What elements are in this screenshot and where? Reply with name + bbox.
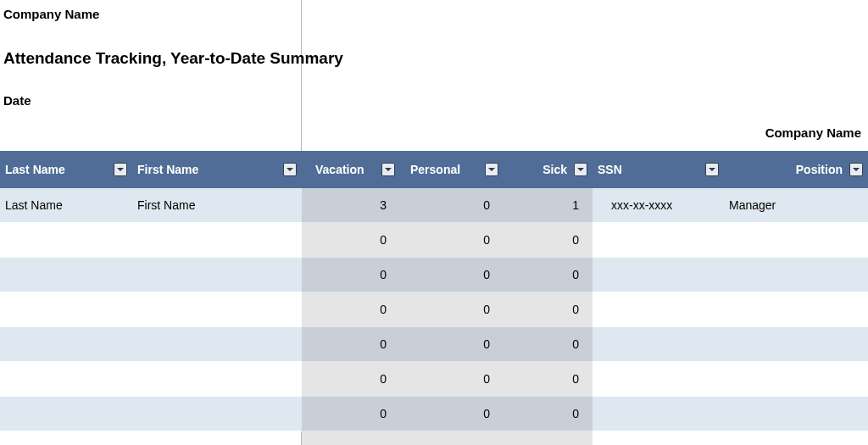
- chevron-down-icon: [116, 165, 125, 174]
- cell-sick[interactable]: 0: [504, 397, 593, 431]
- cell-ssn[interactable]: [593, 362, 724, 397]
- filter-button-personal[interactable]: [485, 163, 498, 176]
- table-body: Last Name First Name 3 0 1 xxx-xx-xxxx M…: [0, 188, 868, 431]
- filter-button-vacation[interactable]: [381, 163, 395, 176]
- table-header-row: Last Name First Name Vacation Personal S…: [0, 151, 868, 188]
- cell-last-name[interactable]: [0, 327, 132, 362]
- cell-position[interactable]: [724, 327, 868, 362]
- chevron-down-icon: [384, 165, 392, 174]
- col-header-label: Last Name: [0, 163, 70, 176]
- cell-vacation[interactable]: 0: [302, 258, 400, 292]
- cell-last-name[interactable]: [0, 258, 132, 292]
- chevron-down-icon: [286, 165, 294, 174]
- col-header-label: First Name: [132, 163, 203, 176]
- cell-vacation[interactable]: 0: [302, 362, 400, 397]
- cell-first-name[interactable]: [132, 397, 302, 431]
- cell-last-name[interactable]: [0, 292, 132, 327]
- cell-personal[interactable]: 0: [400, 258, 504, 292]
- cell-first-name[interactable]: [132, 327, 302, 362]
- date-label: Date: [3, 93, 31, 108]
- cell-position[interactable]: [724, 258, 868, 292]
- cell-position[interactable]: [724, 223, 868, 258]
- cell-ssn[interactable]: [593, 223, 724, 258]
- col-header-position: Position: [724, 151, 868, 188]
- cell-first-name[interactable]: [132, 258, 302, 292]
- cell-ssn[interactable]: xxx-xx-xxxx: [593, 188, 724, 223]
- filter-button-sick[interactable]: [574, 163, 587, 176]
- cell-personal[interactable]: 0: [400, 188, 504, 223]
- cell-ssn[interactable]: [593, 327, 724, 362]
- table-row[interactable]: 0 0 0: [0, 223, 868, 258]
- table-row[interactable]: Last Name First Name 3 0 1 xxx-xx-xxxx M…: [0, 188, 868, 223]
- filter-button-last-name[interactable]: [114, 163, 127, 176]
- chevron-down-icon: [852, 165, 860, 174]
- col-header-label: Personal: [400, 163, 465, 176]
- cell-personal[interactable]: 0: [400, 327, 504, 362]
- cell-sick[interactable]: 0: [504, 362, 593, 397]
- cell-sick[interactable]: 0: [504, 292, 593, 327]
- cell-position[interactable]: [724, 292, 868, 327]
- filter-button-position[interactable]: [849, 163, 863, 176]
- cell-ssn[interactable]: [593, 292, 724, 327]
- cell-personal[interactable]: 0: [400, 397, 504, 431]
- company-name-right: Company Name: [765, 125, 861, 140]
- table-row[interactable]: 0 0 0: [0, 397, 868, 431]
- col-header-vacation: Vacation: [302, 151, 400, 188]
- cell-last-name[interactable]: Last Name: [0, 188, 132, 223]
- cell-last-name[interactable]: [0, 362, 132, 397]
- col-header-label: Vacation: [302, 163, 370, 176]
- cell-ssn[interactable]: [593, 258, 724, 292]
- cell-last-name[interactable]: [0, 397, 132, 431]
- cell-first-name[interactable]: [132, 292, 302, 327]
- cell-first-name[interactable]: [132, 223, 302, 258]
- cell-personal[interactable]: 0: [400, 292, 504, 327]
- cell-position[interactable]: [724, 362, 868, 397]
- chevron-down-icon: [708, 165, 716, 174]
- table-row[interactable]: 0 0 0: [0, 362, 868, 397]
- col-header-label: SSN: [593, 163, 627, 176]
- page-title: Attendance Tracking, Year-to-Date Summar…: [3, 49, 343, 68]
- cell-personal[interactable]: 0: [400, 223, 504, 258]
- cell-position[interactable]: [724, 397, 868, 431]
- chevron-down-icon: [487, 165, 496, 174]
- filter-button-ssn[interactable]: [705, 163, 719, 176]
- col-header-first-name: First Name: [132, 151, 302, 188]
- col-header-personal: Personal: [400, 151, 504, 188]
- cell-vacation[interactable]: 0: [302, 327, 400, 362]
- cell-ssn[interactable]: [593, 397, 724, 431]
- cell-vacation[interactable]: 0: [302, 292, 400, 327]
- col-header-ssn: SSN: [593, 151, 724, 188]
- col-header-last-name: Last Name: [0, 151, 132, 188]
- cell-position[interactable]: Manager: [724, 188, 868, 223]
- cell-vacation[interactable]: 3: [302, 188, 400, 223]
- cell-first-name[interactable]: First Name: [132, 188, 302, 223]
- cell-personal[interactable]: 0: [400, 362, 504, 397]
- cell-sick[interactable]: 0: [504, 258, 593, 292]
- cell-vacation[interactable]: 0: [302, 223, 400, 258]
- table-row[interactable]: 0 0 0: [0, 292, 868, 327]
- cell-last-name[interactable]: [0, 223, 132, 258]
- table-row[interactable]: 0 0 0: [0, 327, 868, 362]
- chevron-down-icon: [576, 165, 585, 174]
- cell-vacation[interactable]: 0: [302, 397, 400, 431]
- filter-button-first-name[interactable]: [283, 163, 297, 176]
- col-header-sick: Sick: [504, 151, 593, 188]
- spreadsheet-page: Company Name Attendance Tracking, Year-t…: [0, 0, 868, 445]
- cell-first-name[interactable]: [132, 362, 302, 397]
- table-row[interactable]: 0 0 0: [0, 258, 868, 292]
- cell-sick[interactable]: 0: [504, 223, 593, 258]
- cell-sick[interactable]: 1: [504, 188, 593, 223]
- company-name-label: Company Name: [3, 7, 99, 21]
- cell-sick[interactable]: 0: [504, 327, 593, 362]
